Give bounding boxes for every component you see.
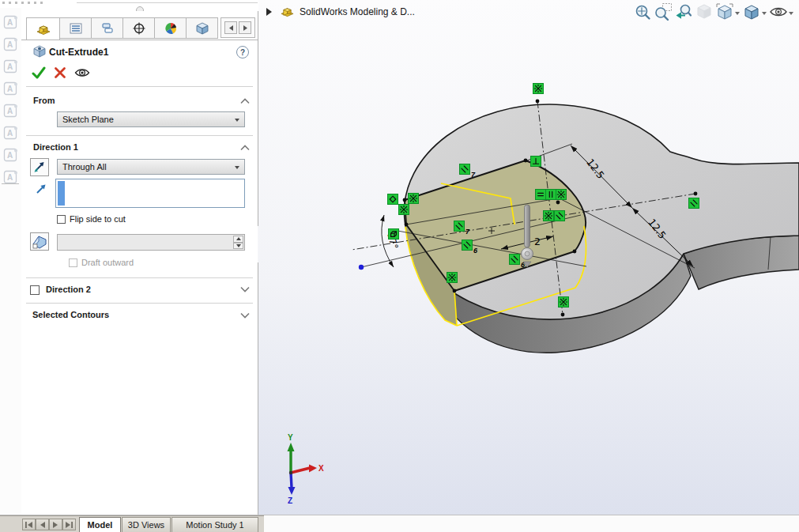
collapse-chevron-icon[interactable] — [240, 145, 250, 151]
start-condition-dropdown[interactable]: Sketch Plane — [57, 111, 245, 127]
relation-badge-diag[interactable] — [555, 211, 565, 221]
last-tab-icon[interactable] — [62, 519, 76, 530]
reverse-direction-button[interactable] — [30, 158, 49, 176]
direction-arrow-icon — [34, 182, 48, 196]
dropdown-caret-icon[interactable] — [762, 12, 767, 17]
direction-reference-selection-box[interactable] — [55, 179, 245, 208]
annotation-toolbar: AAAAAAAA — [0, 8, 21, 515]
cancel-button[interactable] — [53, 66, 67, 80]
svg-text:A: A — [6, 173, 12, 182]
hide-show-items-icon[interactable] — [769, 2, 788, 21]
relation-badge-equal[interactable] — [536, 190, 546, 200]
start-condition-value: Sketch Plane — [62, 115, 114, 124]
relation-badge-star[interactable] — [399, 205, 409, 215]
property-manager-tab[interactable] — [60, 17, 92, 39]
toolbar-grip[interactable] — [2, 2, 43, 4]
relation-badge-vbars[interactable] — [546, 190, 556, 200]
direction2-group-label[interactable]: Direction 2 — [46, 285, 91, 294]
scroll-left-icon[interactable] — [224, 21, 237, 34]
chain-icon[interactable]: A — [3, 169, 19, 185]
configurations-icon — [100, 21, 115, 36]
headsup-toolbar — [631, 2, 794, 21]
a-binoculars-icon[interactable]: A — [3, 103, 19, 119]
relation-badge-perp[interactable] — [531, 157, 541, 167]
tab-model[interactable]: Model — [79, 517, 121, 532]
draft-button[interactable] — [30, 232, 49, 251]
status-bar: Model 3D Views Motion Study 1 — [0, 515, 799, 532]
configuration-tab[interactable] — [92, 17, 123, 39]
next-tab-icon[interactable] — [49, 519, 62, 530]
part-document-icon — [281, 5, 294, 18]
direction2-checkbox[interactable] — [30, 285, 40, 295]
svg-text:A: A — [6, 107, 12, 115]
selection-highlight — [58, 181, 65, 206]
ok-button[interactable] — [32, 66, 46, 80]
scroll-right-icon[interactable] — [239, 21, 251, 34]
end-condition-value: Through All — [62, 162, 107, 172]
svg-text:A: A — [6, 62, 12, 71]
relation-badge-star[interactable] — [409, 194, 419, 204]
features-tab[interactable] — [26, 17, 60, 40]
relation-badge-star[interactable] — [559, 297, 569, 308]
dimxpert-tab[interactable] — [123, 17, 155, 39]
preview-eye-icon[interactable] — [74, 66, 90, 80]
solidworks-window: AAAAAAAA — [0, 0, 799, 532]
draft-outward-label: Draft outward — [81, 258, 134, 267]
a-pencil-icon[interactable]: A — [3, 36, 19, 52]
from-group-label[interactable]: From — [33, 96, 55, 105]
draft-outward-checkbox[interactable] — [69, 258, 77, 267]
tab-3d-views[interactable]: 3D Views — [122, 517, 171, 532]
relation-badge-diag[interactable] — [689, 198, 699, 209]
boss-extrude-icon — [36, 22, 51, 36]
document-title[interactable]: SolidWorks Modeling & D... — [300, 6, 415, 17]
view-orientation-icon[interactable] — [715, 2, 734, 21]
previous-view-icon[interactable] — [674, 2, 693, 21]
end-condition-dropdown[interactable]: Through All — [57, 159, 245, 175]
help-icon[interactable]: ? — [236, 46, 249, 58]
flip-side-label[interactable]: Flip side to cut — [70, 214, 126, 224]
zoom-to-area-icon[interactable] — [654, 2, 673, 21]
document-title-row: SolidWorks Modeling & D... — [266, 5, 415, 18]
relation-badge-star[interactable] — [447, 273, 458, 283]
a-arrow-icon[interactable]: A — [3, 58, 19, 74]
display-manager-tab[interactable] — [155, 17, 187, 39]
expand-chevron-icon[interactable] — [240, 286, 250, 292]
a-star-icon[interactable]: A — [3, 14, 19, 30]
separator — [26, 135, 253, 136]
section-view-icon[interactable] — [695, 2, 714, 21]
triad-x-label: X — [318, 464, 324, 473]
relation-badge-star[interactable] — [556, 190, 567, 200]
zoom-to-fit-icon[interactable] — [633, 2, 652, 21]
spin-down-icon[interactable] — [233, 243, 243, 250]
relation-badge-star[interactable] — [533, 84, 544, 94]
dropdown-caret-icon[interactable] — [789, 12, 793, 17]
a-printer-icon[interactable]: A — [3, 125, 19, 141]
first-tab-icon[interactable] — [22, 519, 36, 530]
spin-up-icon[interactable] — [233, 236, 243, 243]
relation-badge-star[interactable] — [544, 211, 554, 221]
color-wheel-icon — [164, 21, 178, 36]
expand-chevron-icon[interactable] — [240, 312, 250, 319]
graphics-tab[interactable] — [187, 17, 218, 39]
flip-side-checkbox[interactable] — [57, 215, 66, 224]
svg-text:A: A — [6, 40, 12, 49]
a-plus-icon[interactable]: A — [3, 81, 19, 96]
flyout-arrow-icon[interactable] — [266, 8, 276, 16]
dropdown-caret-icon[interactable] — [735, 12, 740, 17]
graphics-area[interactable]: SolidWorks Modeling & D... — [258, 0, 799, 515]
direction1-group-label[interactable]: Direction 1 — [33, 142, 78, 152]
display-style-icon[interactable] — [742, 2, 761, 21]
prev-tab-icon[interactable] — [36, 519, 49, 530]
model-view[interactable]: 12.5 12.5 2 17° 7766 — [258, 0, 799, 515]
a-frame-icon[interactable]: A — [3, 147, 19, 163]
relation-badge-cube[interactable] — [389, 229, 399, 240]
draft-angle-field[interactable] — [57, 234, 245, 251]
dimension-width[interactable]: 2 — [534, 236, 541, 247]
triad-y-label: Y — [288, 433, 293, 442]
selected-contours-label[interactable]: Selected Contours — [32, 310, 109, 319]
collapse-chevron-icon[interactable] — [240, 98, 250, 104]
sketch-point-blue[interactable] — [359, 265, 364, 270]
tab-scroll-corner — [220, 17, 255, 38]
tab-motion-study[interactable]: Motion Study 1 — [171, 517, 258, 532]
relation-badge-diamond[interactable] — [388, 194, 398, 205]
